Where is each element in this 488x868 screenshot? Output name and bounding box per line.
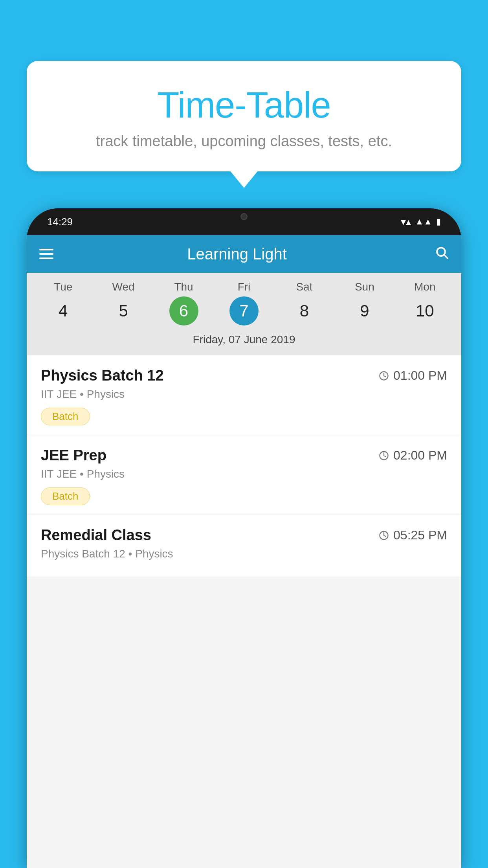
day-number[interactable]: 9 xyxy=(350,296,379,326)
notch xyxy=(216,208,272,225)
app-header: Learning Light xyxy=(27,235,461,273)
selected-date-label: Friday, 07 June 2019 xyxy=(27,329,461,352)
bubble-subtitle: track timetable, upcoming classes, tests… xyxy=(46,133,442,150)
schedule-meta: IIT JEE • Physics xyxy=(41,468,447,480)
batch-badge: Batch xyxy=(41,487,90,505)
day-name: Fri xyxy=(238,281,251,293)
schedule-title: JEE Prep xyxy=(41,447,106,464)
clock-icon xyxy=(378,450,389,461)
day-name: Thu xyxy=(174,281,193,293)
day-col-tue[interactable]: Tue4 xyxy=(38,281,89,326)
app-title: Learning Light xyxy=(53,245,420,263)
day-number[interactable]: 5 xyxy=(109,296,138,326)
days-row: Tue4Wed5Thu6Fri7Sat8Sun9Mon10 xyxy=(27,281,461,326)
schedule-title: Remedial Class xyxy=(41,527,151,544)
search-icon[interactable] xyxy=(435,245,449,263)
batch-badge: Batch xyxy=(41,408,90,425)
hamburger-line-1 xyxy=(39,249,53,250)
day-number[interactable]: 6 xyxy=(169,296,198,326)
status-icons: ▾▴ ▲▲ ▮ xyxy=(401,216,441,228)
hamburger-line-3 xyxy=(39,257,53,259)
day-number[interactable]: 8 xyxy=(290,296,319,326)
schedule-time: 02:00 PM xyxy=(378,448,447,463)
day-name: Tue xyxy=(54,281,72,293)
schedule-item-1[interactable]: JEE Prep 02:00 PM IIT JEE • Physics Batc… xyxy=(27,435,461,515)
svg-line-1 xyxy=(444,255,448,258)
hamburger-line-2 xyxy=(39,253,53,255)
day-name: Mon xyxy=(414,281,435,293)
day-name: Sat xyxy=(296,281,312,293)
bubble-title: Time-Table xyxy=(46,85,442,126)
status-time: 14:29 xyxy=(47,216,73,228)
day-number[interactable]: 4 xyxy=(49,296,78,326)
status-bar: 14:29 ▾▴ ▲▲ ▮ xyxy=(27,208,461,235)
schedule-title: Physics Batch 12 xyxy=(41,367,164,384)
schedule-item-0[interactable]: Physics Batch 12 01:00 PM IIT JEE • Phys… xyxy=(27,355,461,435)
day-col-sun[interactable]: Sun9 xyxy=(339,281,390,326)
speech-bubble: Time-Table track timetable, upcoming cla… xyxy=(27,61,461,171)
schedule-time: 01:00 PM xyxy=(378,368,447,383)
day-name: Wed xyxy=(112,281,135,293)
schedule-list: Physics Batch 12 01:00 PM IIT JEE • Phys… xyxy=(27,355,461,577)
day-number[interactable]: 10 xyxy=(410,296,439,326)
day-col-fri[interactable]: Fri7 xyxy=(218,281,270,326)
schedule-item-header: Physics Batch 12 01:00 PM xyxy=(41,367,447,384)
day-number[interactable]: 7 xyxy=(229,296,259,326)
day-col-thu[interactable]: Thu6 xyxy=(158,281,209,326)
signal-icon: ▲▲ xyxy=(415,217,432,227)
schedule-item-header: Remedial Class 05:25 PM xyxy=(41,527,447,544)
hamburger-menu-button[interactable] xyxy=(39,249,53,259)
schedule-item-header: JEE Prep 02:00 PM xyxy=(41,447,447,464)
calendar-strip: Tue4Wed5Thu6Fri7Sat8Sun9Mon10 Friday, 07… xyxy=(27,273,461,355)
phone-frame: 14:29 ▾▴ ▲▲ ▮ Learning Light xyxy=(27,208,461,868)
wifi-icon: ▾▴ xyxy=(401,216,411,228)
camera xyxy=(240,213,248,220)
schedule-item-2[interactable]: Remedial Class 05:25 PM Physics Batch 12… xyxy=(27,515,461,577)
day-col-sat[interactable]: Sat8 xyxy=(279,281,330,326)
day-name: Sun xyxy=(355,281,374,293)
day-col-mon[interactable]: Mon10 xyxy=(399,281,450,326)
schedule-meta: Physics Batch 12 • Physics xyxy=(41,548,447,560)
day-col-wed[interactable]: Wed5 xyxy=(98,281,149,326)
clock-icon xyxy=(378,370,389,381)
clock-icon xyxy=(378,530,389,541)
schedule-time: 05:25 PM xyxy=(378,528,447,542)
app-content: Learning Light Tue4Wed5Thu6Fri7Sat8Sun9M… xyxy=(27,235,461,868)
schedule-meta: IIT JEE • Physics xyxy=(41,388,447,401)
battery-icon: ▮ xyxy=(436,217,441,227)
